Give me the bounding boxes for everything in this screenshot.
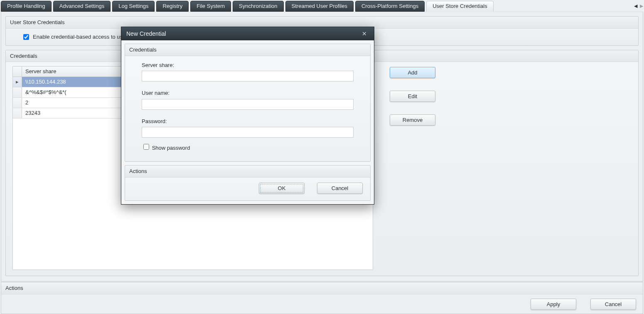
- close-icon[interactable]: ✕: [360, 30, 369, 38]
- tab-log-settings[interactable]: Log Settings: [112, 1, 155, 12]
- cancel-button[interactable]: Cancel: [590, 299, 636, 310]
- show-password-checkbox[interactable]: [143, 144, 149, 150]
- dialog-credentials-section: Credentials Server share: User name: Pas…: [125, 44, 371, 162]
- row-indicator-icon: [13, 108, 22, 118]
- dialog-cancel-button[interactable]: Cancel: [317, 183, 363, 194]
- tab-advanced-settings[interactable]: Advanced Settings: [53, 1, 111, 12]
- apply-button[interactable]: Apply: [531, 299, 576, 310]
- edit-button[interactable]: Edit: [390, 91, 435, 102]
- tab-synchronization[interactable]: Synchronization: [233, 1, 284, 12]
- tab-cross-platform-settings[interactable]: Cross-Platform Settings: [355, 1, 425, 12]
- new-credential-dialog: New Credential ✕ Credentials Server shar…: [121, 27, 374, 205]
- row-header-spacer: [13, 67, 22, 77]
- user-name-input[interactable]: [142, 99, 354, 110]
- password-input[interactable]: [142, 127, 354, 138]
- dialog-credentials-header: Credentials: [125, 44, 370, 56]
- remove-button[interactable]: Remove: [390, 114, 435, 126]
- show-password-label: Show password: [152, 145, 190, 151]
- user-name-label: User name:: [142, 90, 354, 96]
- dialog-titlebar[interactable]: New Credential ✕: [121, 27, 374, 40]
- server-share-input[interactable]: [142, 71, 354, 82]
- credentials-buttons: Add Edit Remove: [390, 67, 435, 270]
- tab-registry[interactable]: Registry: [156, 1, 189, 12]
- password-label: Password:: [142, 118, 354, 125]
- tab-strip: Profile Handling Advanced Settings Log S…: [1, 1, 643, 12]
- footer-actions-title: Actions: [1, 282, 643, 294]
- server-share-label: Server share:: [142, 62, 354, 69]
- tab-user-store-credentials[interactable]: User Store Credentials: [426, 1, 494, 12]
- tab-file-system[interactable]: File System: [190, 1, 231, 12]
- tab-scroll-left-icon[interactable]: ◀: [634, 3, 637, 9]
- dialog-title: New Credential: [126, 30, 166, 37]
- ok-button[interactable]: OK: [259, 183, 305, 194]
- tab-profile-handling[interactable]: Profile Handling: [1, 1, 52, 12]
- enable-credential-access-checkbox[interactable]: [23, 34, 29, 40]
- dialog-actions-section: Actions OK Cancel: [125, 165, 371, 201]
- tab-scroll-controls: ◀ ▶: [634, 1, 643, 12]
- add-button[interactable]: Add: [390, 67, 435, 78]
- row-indicator-icon: ▸: [13, 77, 22, 87]
- show-password-row[interactable]: Show password: [142, 143, 354, 151]
- footer-actions: Actions Apply Cancel: [1, 282, 643, 314]
- tab-streamed-user-profiles[interactable]: Streamed User Profiles: [285, 1, 354, 12]
- dialog-actions-header: Actions: [125, 166, 370, 178]
- row-indicator-icon: [13, 98, 22, 108]
- row-indicator-icon: [13, 87, 22, 97]
- tab-scroll-right-icon[interactable]: ▶: [640, 3, 643, 9]
